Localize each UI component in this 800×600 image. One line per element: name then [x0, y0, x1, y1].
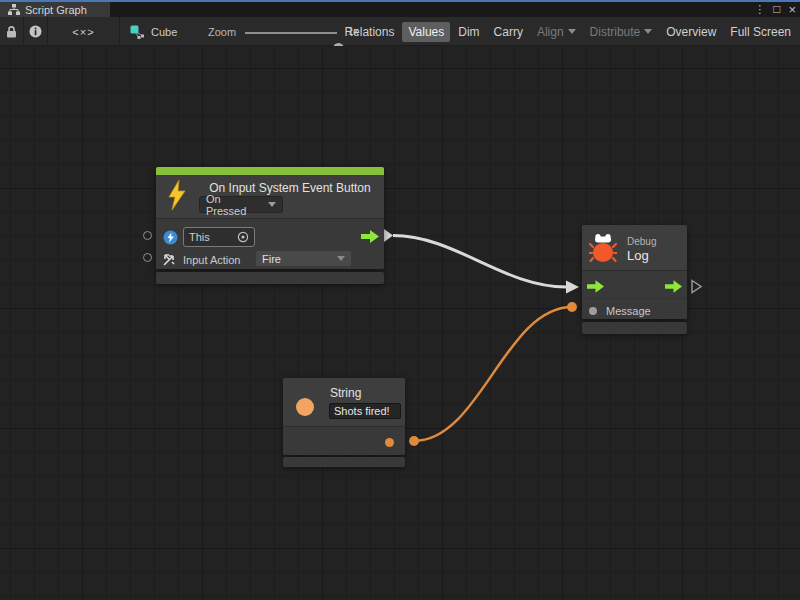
debug-log-node[interactable]: Debug Log Message: [582, 225, 687, 334]
this-field-value: This: [189, 231, 210, 243]
chevron-down-icon: [337, 256, 345, 261]
carry-button[interactable]: Carry: [488, 22, 529, 42]
debug-node-body: Message: [582, 270, 687, 319]
distribute-dropdown-button[interactable]: Distribute: [584, 22, 659, 42]
overview-button[interactable]: Overview: [660, 22, 722, 42]
string-node-title: String: [330, 386, 361, 400]
script-machine-icon: [130, 25, 145, 39]
machine-reference-button[interactable]: Cube: [130, 17, 177, 46]
window-menu-icon[interactable]: ⋮: [754, 2, 765, 17]
value-wire-end-dot: [567, 302, 577, 312]
input-action-input-port[interactable]: [143, 253, 152, 262]
tab-bar: Script Graph ⋮ □ ×: [0, 2, 800, 17]
trigger-phase-dropdown[interactable]: On Pressed: [199, 196, 283, 213]
on-input-system-event-button-node[interactable]: On Input System Event Button On Pressed …: [156, 167, 384, 284]
lock-icon: [6, 26, 17, 38]
zoom-slider-track[interactable]: [245, 32, 337, 34]
flow-wire-start-arrow: [384, 229, 393, 242]
debug-node-name: Log: [627, 248, 649, 263]
info-icon: [29, 25, 42, 38]
chevron-down-icon: [568, 29, 576, 34]
machine-label: Cube: [151, 26, 177, 38]
message-row: Message: [582, 298, 687, 320]
values-button[interactable]: Values: [402, 22, 450, 42]
bug-icon: [589, 233, 617, 263]
message-input-port[interactable]: [589, 307, 597, 315]
trigger-phase-value: On Pressed: [206, 193, 262, 217]
fullscreen-button[interactable]: Full Screen: [724, 22, 797, 42]
unconnected-flow-indicator[interactable]: [692, 281, 701, 293]
event-node-header: On Input System Event Button On Pressed: [156, 175, 384, 218]
script-graph-icon: [8, 4, 20, 15]
target-gameobject-icon: [163, 230, 178, 245]
tab-title: Script Graph: [25, 4, 87, 16]
relations-button[interactable]: Relations: [338, 22, 400, 42]
message-label: Message: [606, 305, 651, 317]
flow-wire[interactable]: [393, 236, 566, 288]
close-icon[interactable]: ×: [788, 2, 796, 17]
distribute-label: Distribute: [590, 25, 641, 39]
this-input-port[interactable]: [143, 231, 152, 240]
maximize-icon[interactable]: □: [773, 2, 780, 17]
unity-graph-window: Script Graph ⋮ □ × <×>: [0, 0, 800, 600]
window-controls: ⋮ □ ×: [754, 2, 796, 17]
toolbar-buttons: Relations Values Dim Carry Align Distrib…: [372, 17, 797, 46]
flow-wire-end-arrow: [566, 281, 579, 294]
input-action-label: Input Action: [183, 254, 241, 266]
dim-button[interactable]: Dim: [452, 22, 485, 42]
flow-input-port-icon[interactable]: [587, 280, 604, 293]
debug-node-block: Debug Log Message: [582, 225, 687, 319]
tab-script-graph[interactable]: Script Graph: [0, 2, 110, 17]
string-type-icon: [296, 398, 314, 416]
string-value-field[interactable]: Shots fired!: [329, 403, 401, 419]
info-button[interactable]: [24, 17, 48, 46]
graph-canvas[interactable]: On Input System Event Button On Pressed …: [0, 46, 800, 600]
zoom-label: Zoom: [208, 17, 236, 46]
event-accent-bar: [156, 167, 384, 175]
align-label: Align: [537, 25, 564, 39]
input-action-value: Fire: [262, 253, 281, 265]
debug-node-header: Debug Log: [582, 225, 687, 270]
this-object-field[interactable]: This: [183, 227, 255, 247]
flow-output-port-icon[interactable]: [361, 230, 379, 243]
flow-output-port-icon[interactable]: [665, 280, 682, 293]
event-node-body: This Input Action: [156, 218, 384, 269]
string-node-header: String Shots fired!: [283, 378, 405, 426]
value-wire[interactable]: [414, 307, 572, 441]
event-node-footer: [156, 272, 384, 284]
string-node-block: String Shots fired!: [283, 378, 405, 455]
debug-node-category: Debug: [627, 236, 656, 247]
string-node-body: [283, 426, 405, 455]
chevron-down-icon: [268, 202, 276, 207]
code-view-glyph: <×>: [72, 26, 94, 38]
debug-node-footer: [582, 322, 687, 334]
code-view-button[interactable]: <×>: [48, 17, 120, 46]
object-picker-icon[interactable]: [237, 231, 249, 243]
lock-button[interactable]: [0, 17, 24, 46]
string-output-port[interactable]: [385, 438, 394, 447]
chevron-down-icon: [644, 29, 652, 34]
lightning-bolt-icon: [167, 180, 187, 210]
event-node-block: On Input System Event Button On Pressed …: [156, 167, 384, 269]
value-wire-start-dot: [409, 436, 419, 446]
graph-toolbar: <×> Cube Zoom 1x Relations Values Dim Ca…: [0, 17, 800, 46]
input-action-dropdown[interactable]: Fire: [255, 250, 352, 267]
string-literal-node[interactable]: String Shots fired!: [283, 378, 405, 467]
input-action-icon: [162, 252, 177, 267]
string-node-footer: [283, 457, 405, 467]
align-dropdown-button[interactable]: Align: [531, 22, 582, 42]
string-value: Shots fired!: [334, 405, 390, 417]
